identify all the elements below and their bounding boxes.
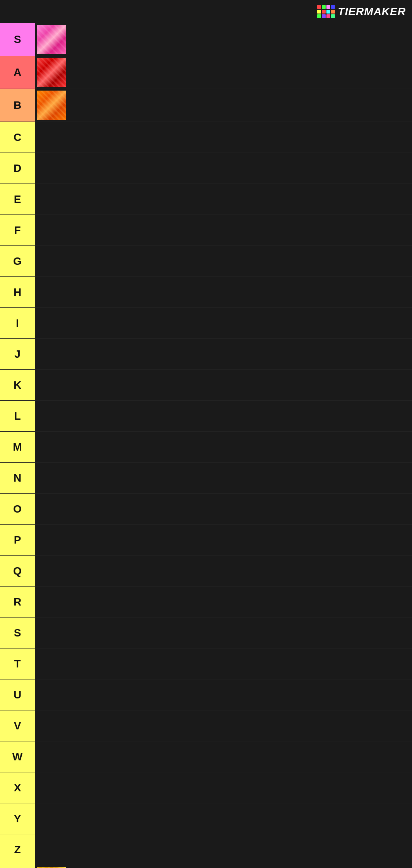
logo-cell <box>317 14 321 18</box>
tier-content-a[interactable] <box>35 56 412 89</box>
tier-row-f: F <box>0 215 412 246</box>
tier-content-d[interactable] <box>35 153 412 184</box>
tier-row-g: G <box>0 246 412 277</box>
logo-cell <box>326 14 330 18</box>
tier-row-v: V <box>0 710 412 741</box>
tier-content-j[interactable] <box>35 339 412 369</box>
tier-label-yellow: Yellow tier <box>0 865 35 868</box>
tier-label-k: K <box>0 370 35 400</box>
tier-label-h: H <box>0 277 35 307</box>
tier-label-f: F <box>0 215 35 245</box>
tier-content-h[interactable] <box>35 277 412 307</box>
tier-row-s: S <box>0 23 412 56</box>
tier-content-c[interactable] <box>35 122 412 153</box>
logo-cell <box>322 5 326 9</box>
tier-content-m[interactable] <box>35 432 412 462</box>
tier-row-y: Y <box>0 803 412 834</box>
tier-content-t[interactable] <box>35 648 412 679</box>
tier-list: S A B C D E F G H <box>0 23 412 868</box>
tier-row-b: B <box>0 89 412 122</box>
tier-row-s2: S <box>0 618 412 648</box>
tier-label-t: T <box>0 648 35 679</box>
tier-label-x: X <box>0 772 35 803</box>
tier-label-i: I <box>0 308 35 338</box>
tier-content-n[interactable] <box>35 463 412 493</box>
tier-row-t: T <box>0 648 412 679</box>
tier-content-p[interactable] <box>35 525 412 555</box>
logo: TiERMAKER <box>317 5 406 18</box>
tier-row-j: J <box>0 339 412 370</box>
tier-row-i: I <box>0 308 412 339</box>
tier-item-b-candy <box>37 91 66 120</box>
tier-label-g: G <box>0 246 35 276</box>
tier-label-j: J <box>0 339 35 369</box>
tier-row-q: Q <box>0 556 412 587</box>
tier-label-o: O <box>0 494 35 524</box>
tier-item-a-candy <box>37 58 66 87</box>
logo-cell <box>317 10 321 14</box>
tier-row-w: W <box>0 741 412 772</box>
tier-row-m: M <box>0 432 412 463</box>
tier-label-m: M <box>0 432 35 462</box>
tier-row-o: O <box>0 494 412 525</box>
logo-cell <box>326 10 330 14</box>
logo-cell <box>317 5 321 9</box>
tier-row-k: K <box>0 370 412 401</box>
tier-label-s: S <box>0 23 35 56</box>
tier-row-h: H <box>0 277 412 308</box>
tier-content-u[interactable] <box>35 679 412 710</box>
tier-content-z[interactable] <box>35 834 412 865</box>
tier-content-e[interactable] <box>35 184 412 214</box>
logo-cell <box>331 10 335 14</box>
tier-content-o[interactable] <box>35 494 412 524</box>
tier-content-y[interactable] <box>35 803 412 834</box>
tier-label-u: U <box>0 679 35 710</box>
tier-content-r[interactable] <box>35 587 412 617</box>
logo-grid-icon <box>317 5 335 18</box>
tier-content-q[interactable] <box>35 556 412 586</box>
tier-label-v: V <box>0 710 35 741</box>
tier-label-n: N <box>0 463 35 493</box>
tier-content-g[interactable] <box>35 246 412 276</box>
tier-label-z: Z <box>0 834 35 865</box>
tier-content-yellow[interactable] <box>35 865 412 868</box>
tier-row-d: D <box>0 153 412 184</box>
logo-cell <box>322 14 326 18</box>
tier-row-a: A <box>0 56 412 89</box>
tier-label-y: Y <box>0 803 35 834</box>
tier-row-z: Z <box>0 834 412 865</box>
tier-row-l: L <box>0 401 412 432</box>
tier-label-r: R <box>0 587 35 617</box>
tier-row-c: C <box>0 122 412 153</box>
tier-row-e: E <box>0 184 412 215</box>
tier-content-l[interactable] <box>35 401 412 431</box>
tier-row-yellow: Yellow tier <box>0 865 412 868</box>
tier-label-p: P <box>0 525 35 555</box>
tier-label-w: W <box>0 741 35 772</box>
logo-text: TiERMAKER <box>338 5 406 18</box>
tier-content-v[interactable] <box>35 710 412 741</box>
tier-label-a: A <box>0 56 35 89</box>
tier-content-w[interactable] <box>35 741 412 772</box>
header: TiERMAKER <box>0 0 412 23</box>
tier-content-b[interactable] <box>35 89 412 122</box>
logo-cell <box>331 14 335 18</box>
tier-row-r: R <box>0 587 412 618</box>
tier-row-u: U <box>0 679 412 710</box>
logo-cell <box>331 5 335 9</box>
tier-row-n: N <box>0 463 412 494</box>
logo-cell <box>326 5 330 9</box>
tier-content-s[interactable] <box>35 23 412 56</box>
tier-content-i[interactable] <box>35 308 412 338</box>
tier-label-b: B <box>0 89 35 122</box>
tier-label-e: E <box>0 184 35 214</box>
logo-cell <box>322 10 326 14</box>
tier-content-k[interactable] <box>35 370 412 400</box>
tier-content-x[interactable] <box>35 772 412 803</box>
tier-content-s2[interactable] <box>35 618 412 648</box>
tier-label-d: D <box>0 153 35 184</box>
tier-row-p: P <box>0 525 412 556</box>
tier-label-q: Q <box>0 556 35 586</box>
tier-content-f[interactable] <box>35 215 412 245</box>
tier-label-c: C <box>0 122 35 153</box>
